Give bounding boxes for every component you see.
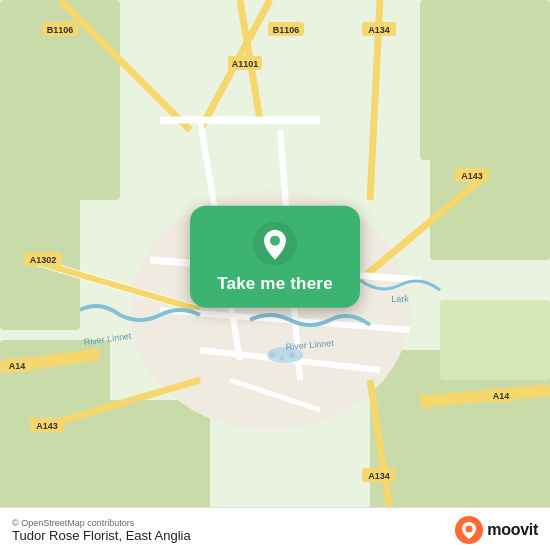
svg-rect-8 xyxy=(440,300,550,380)
svg-text:Lark: Lark xyxy=(391,294,409,304)
svg-text:A1101: A1101 xyxy=(232,59,259,69)
moovit-text: moovit xyxy=(487,521,538,539)
svg-rect-4 xyxy=(430,140,550,260)
osm-credit: © OpenStreetMap contributors xyxy=(12,518,191,528)
svg-text:A134: A134 xyxy=(368,25,390,35)
location-name: Tudor Rose Florist, East Anglia xyxy=(12,528,191,543)
bottom-left-info: © OpenStreetMap contributors Tudor Rose … xyxy=(12,518,191,543)
svg-text:A143: A143 xyxy=(36,421,58,431)
bottom-bar: © OpenStreetMap contributors Tudor Rose … xyxy=(0,507,550,550)
svg-text:A14: A14 xyxy=(493,391,510,401)
svg-text:B1106: B1106 xyxy=(273,25,300,35)
popup-card[interactable]: Take me there xyxy=(190,206,360,308)
svg-point-53 xyxy=(269,352,275,358)
svg-point-54 xyxy=(280,356,284,360)
map-pin-icon xyxy=(253,222,297,266)
svg-text:A14: A14 xyxy=(9,361,26,371)
svg-point-57 xyxy=(270,236,280,246)
svg-rect-6 xyxy=(80,400,210,510)
svg-text:B1106: B1106 xyxy=(47,25,74,35)
moovit-icon xyxy=(455,516,483,544)
map-container: B1106 B1106 A1101 A134 A143 A1302 A143 A… xyxy=(0,0,550,550)
take-me-there-button[interactable]: Take me there xyxy=(217,274,333,294)
moovit-logo: moovit xyxy=(455,516,538,544)
svg-point-59 xyxy=(466,526,473,533)
svg-point-55 xyxy=(289,352,295,358)
svg-text:A134: A134 xyxy=(368,471,390,481)
svg-text:A143: A143 xyxy=(461,171,483,181)
svg-rect-3 xyxy=(420,0,550,160)
svg-text:A1302: A1302 xyxy=(30,255,57,265)
